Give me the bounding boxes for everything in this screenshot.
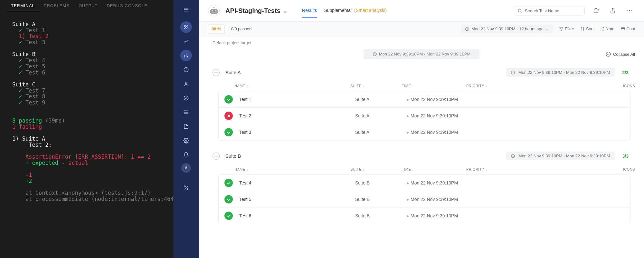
search-input[interactable]: [525, 8, 581, 13]
search-icon: [517, 8, 522, 13]
term-test: Test 7: [25, 87, 45, 94]
table-row[interactable]: Test 5 Suite B ▶ Mon 22 Nov 9:39:10PM: [219, 191, 630, 207]
svg-point-10: [185, 82, 187, 84]
sort-button[interactable]: Sort: [581, 26, 594, 31]
terminal-tab-debug-console[interactable]: DEBUG CONSOLE: [102, 0, 152, 11]
percent-alt-icon[interactable]: [180, 182, 192, 194]
test-time: ▶ Mon 22 Nov 9:39:10PM: [407, 197, 471, 202]
clock-icon: [511, 154, 515, 158]
check-icon: [224, 128, 233, 136]
test-suite: Suite B: [355, 197, 407, 202]
col-suite[interactable]: SUITE ↓: [350, 167, 402, 171]
col-name[interactable]: NAME ↓: [234, 84, 350, 88]
pass-percentage: 88 %: [208, 24, 225, 34]
collapse-all-button[interactable]: Collapse All: [605, 51, 635, 57]
svg-point-27: [631, 10, 632, 11]
col-time[interactable]: TIME ↓: [402, 84, 466, 88]
term-err-assert: AssertionError [ERR_ASSERTION]: 1 == 2: [25, 154, 151, 160]
clock-icon[interactable]: [180, 64, 192, 75]
cost-label: Cost: [626, 26, 635, 31]
col-icons: ICONS: [623, 167, 635, 171]
menu-icon[interactable]: [180, 4, 192, 15]
play-icon: ▶: [407, 198, 409, 201]
chevron-down-icon: ⌄: [282, 7, 288, 15]
svg-point-5: [187, 28, 188, 29]
share-icon[interactable]: [607, 5, 618, 16]
check-icon: [224, 195, 233, 203]
user-icon[interactable]: [180, 78, 192, 90]
overall-time-text: Mon 22 Nov 9:39:10PM - Mon 22 Nov 9:39:1…: [379, 52, 471, 56]
collapse-suite-button[interactable]: —: [213, 153, 220, 160]
col-name[interactable]: NAME ↓: [234, 167, 350, 171]
test-name: Test 1: [239, 97, 355, 102]
test-time: ▶ Mon 22 Nov 9:39:10PM: [407, 180, 471, 185]
term-suite-name: Suite A: [12, 21, 35, 27]
test-suite: Suite A: [355, 113, 407, 118]
table-row[interactable]: Test 6 Suite B ▶ Mon 22 Nov 9:39:10PM: [219, 207, 630, 224]
test-table: Test 1 Suite A ▶ Mon 22 Nov 9:39:10PM Te…: [218, 91, 630, 141]
refresh-icon[interactable]: [591, 5, 601, 16]
chevron-down-icon: ⌄: [545, 26, 549, 31]
note-label: Note: [606, 26, 614, 31]
percent-icon[interactable]: [180, 21, 192, 33]
term-stack: at processImmediate (node:internal/timer…: [25, 196, 173, 202]
tab-supplemental[interactable]: Supplemental (Smart analysis): [324, 3, 387, 18]
col-suite[interactable]: SUITE ↓: [350, 84, 402, 88]
test-time: ▶ Mon 22 Nov 9:39:10PM: [407, 97, 471, 102]
suite-ratio: 3/3: [620, 153, 630, 160]
col-priority[interactable]: PRIORITY ↓: [466, 84, 511, 88]
collapse-suite-button[interactable]: —: [213, 69, 220, 76]
term-test: Test 2: [29, 33, 48, 39]
avatar[interactable]: A: [181, 163, 191, 173]
list-icon[interactable]: [180, 106, 192, 118]
table-row[interactable]: Test 2 Suite A ▶ Mon 22 Nov 9:39:10PM: [219, 107, 630, 124]
tab-results[interactable]: Results: [302, 3, 317, 18]
terminal-tab-output[interactable]: OUTPUT: [74, 0, 102, 11]
term-test: Test 8: [25, 93, 45, 100]
bars-icon[interactable]: [180, 50, 192, 61]
terminal-tabs: TERMINAL PROBLEMS OUTPUT DEBUG CONSOLE: [0, 0, 173, 12]
filter-button[interactable]: Filter: [559, 26, 574, 31]
collapse-icon: [605, 51, 611, 57]
col-icons: ICONS: [623, 84, 635, 88]
test-suite: Suite A: [355, 130, 407, 135]
col-time[interactable]: TIME ↓: [402, 167, 466, 171]
terminal-tab-terminal[interactable]: TERMINAL: [6, 0, 39, 11]
search-box[interactable]: [514, 6, 585, 15]
bell-icon[interactable]: [180, 149, 192, 161]
term-test: Test 4: [25, 57, 45, 64]
trend-icon[interactable]: [180, 35, 192, 47]
overall-time-pill: Mon 22 Nov 9:39:10PM - Mon 22 Nov 9:39:1…: [364, 49, 480, 59]
collapse-all-label: Collapse All: [613, 52, 635, 57]
timestamp-pill[interactable]: Mon 22 Nov 9:39:10PM - 12 hours ago ⌄: [461, 25, 553, 33]
gear-icon[interactable]: [180, 135, 192, 146]
suite-time-pill: Mon 22 Nov 9:39:10PM - Mon 22 Nov 9:39:1…: [506, 68, 615, 77]
terminal-tab-problems[interactable]: PROBLEMS: [39, 0, 74, 11]
term-fail-idx: 1): [19, 33, 25, 39]
suite-time-text: Mon 22 Nov 9:39:10PM - Mon 22 Nov 9:39:1…: [518, 70, 610, 75]
cost-button[interactable]: Cost: [621, 26, 635, 31]
check-circle-icon[interactable]: [180, 92, 192, 104]
terminal-output[interactable]: Suite A ✓ Test 1 1) Test 2 ✓ Test 3 Suit…: [0, 12, 173, 212]
svg-marker-29: [560, 27, 563, 31]
suite-name: Suite A: [225, 70, 241, 75]
table-row[interactable]: Test 1 Suite A ▶ Mon 22 Nov 9:39:10PM: [219, 91, 630, 107]
results-scroll[interactable]: Default project target. Mon 22 Nov 9:39:…: [199, 36, 644, 258]
svg-line-3: [185, 25, 188, 29]
clock-icon: [373, 52, 377, 56]
svg-point-18: [185, 140, 187, 142]
suite-row: — Suite B Mon 22 Nov 9:39:10PM - Mon 22 …: [199, 148, 644, 164]
header: 🤖 API-Staging-Tests ⌄ Results Supplement…: [199, 0, 644, 22]
table-row[interactable]: Test 4 Suite B ▶ Mon 22 Nov 9:39:10PM: [219, 175, 630, 191]
project-title-text: API-Staging-Tests: [225, 7, 280, 15]
col-priority[interactable]: PRIORITY ↓: [466, 167, 511, 171]
note-button[interactable]: Note: [600, 26, 614, 31]
test-name: Test 2: [239, 113, 355, 118]
more-icon[interactable]: [624, 5, 635, 16]
term-expected: + expected: [25, 160, 58, 166]
suite-time-text: Mon 22 Nov 9:39:10PM - Mon 22 Nov 9:39:1…: [518, 154, 610, 158]
document-icon[interactable]: [180, 121, 192, 132]
table-row[interactable]: Test 3 Suite A ▶ Mon 22 Nov 9:39:10PM: [219, 124, 630, 140]
project-title[interactable]: API-Staging-Tests ⌄: [225, 7, 288, 15]
svg-point-11: [184, 96, 188, 100]
